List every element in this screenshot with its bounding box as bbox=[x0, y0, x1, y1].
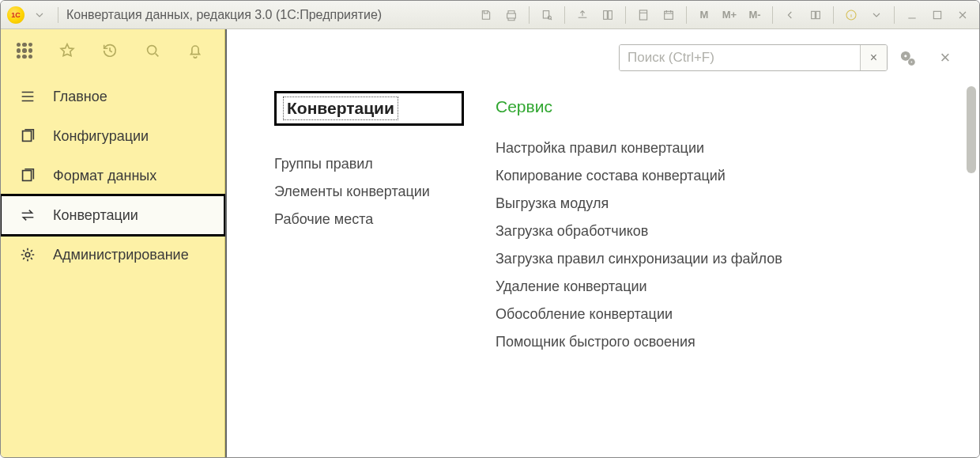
link-export-module[interactable]: Выгрузка модуля bbox=[496, 195, 796, 212]
window-close[interactable] bbox=[952, 5, 973, 25]
svg-rect-7 bbox=[816, 11, 820, 18]
svg-point-10 bbox=[148, 46, 156, 55]
menu-icon bbox=[18, 87, 37, 106]
svg-rect-6 bbox=[812, 11, 816, 18]
link-onboarding-helper[interactable]: Помощник быстрого освоения bbox=[496, 334, 796, 350]
search-clear-button[interactable]: × bbox=[860, 45, 887, 70]
sidebar-toolbar bbox=[1, 29, 224, 72]
compare-icon[interactable] bbox=[597, 5, 618, 25]
column-service: Сервис Настройка правил конвертации Копи… bbox=[496, 91, 796, 443]
svg-point-13 bbox=[25, 252, 30, 257]
memory-m-plus[interactable]: M+ bbox=[719, 5, 740, 25]
memory-m-minus[interactable]: M- bbox=[744, 5, 765, 25]
back-icon[interactable] bbox=[780, 5, 801, 25]
link-conversion-elements[interactable]: Элементы конвертации bbox=[274, 184, 464, 200]
svg-rect-9 bbox=[933, 11, 940, 18]
scrollbar-thumb[interactable] bbox=[967, 86, 976, 173]
sidebar-item-convert[interactable]: Конвертации bbox=[1, 195, 224, 235]
window-minimize[interactable] bbox=[902, 5, 922, 25]
link-copy-composition[interactable]: Копирование состава конвертаций bbox=[496, 168, 796, 184]
sidebar-item-label: Администрирование bbox=[53, 247, 189, 263]
titlebar: Конвертация данных, редакция 3.0 (1С:Пре… bbox=[1, 1, 979, 29]
calendar-icon[interactable] bbox=[658, 5, 679, 25]
stack-icon bbox=[18, 166, 37, 185]
app-icon bbox=[7, 6, 24, 24]
column-conversions: Конвертации Группы правил Элементы конве… bbox=[274, 91, 464, 443]
calculator-icon[interactable] bbox=[633, 5, 654, 25]
print-icon[interactable] bbox=[501, 5, 522, 25]
link-rule-groups[interactable]: Группы правил bbox=[274, 156, 464, 172]
sidebar-item-main[interactable]: Главное bbox=[1, 77, 224, 116]
link-load-handlers[interactable]: Загрузка обработчиков bbox=[496, 223, 796, 240]
link-isolate-conversion[interactable]: Обособление конвертации bbox=[496, 306, 796, 323]
sidebar-item-label: Конфигурации bbox=[53, 128, 149, 145]
preview-icon[interactable] bbox=[537, 5, 557, 25]
history-icon[interactable] bbox=[100, 41, 119, 60]
svg-point-15 bbox=[904, 55, 907, 58]
section-heading-conversions[interactable]: Конвертации bbox=[274, 91, 464, 126]
svg-rect-5 bbox=[665, 11, 673, 19]
swap-icon bbox=[18, 206, 37, 225]
svg-rect-12 bbox=[23, 171, 32, 181]
apps-icon[interactable] bbox=[15, 41, 34, 60]
panels-icon[interactable] bbox=[805, 5, 826, 25]
stack-icon bbox=[18, 127, 37, 146]
svg-rect-11 bbox=[23, 131, 32, 142]
vertical-scrollbar[interactable] bbox=[967, 86, 976, 452]
panel-close-button[interactable]: × bbox=[935, 47, 956, 68]
link-delete-conversion[interactable]: Удаление конвертации bbox=[496, 278, 796, 295]
gear-icon bbox=[18, 245, 37, 264]
bell-icon[interactable] bbox=[186, 41, 205, 60]
info-dropdown-icon[interactable] bbox=[866, 5, 887, 25]
link-configure-rules[interactable]: Настройка правил конвертации bbox=[496, 140, 796, 157]
sidebar-item-admin[interactable]: Администрирование bbox=[1, 235, 224, 274]
svg-point-17 bbox=[910, 61, 913, 63]
info-icon[interactable] bbox=[841, 5, 861, 25]
content-toolbar: × × bbox=[227, 29, 979, 86]
window-maximize[interactable] bbox=[927, 5, 948, 25]
memory-m[interactable]: M bbox=[694, 5, 714, 25]
sidebar-item-label: Формат данных bbox=[53, 168, 156, 184]
search-icon[interactable] bbox=[143, 41, 162, 60]
sidebar-nav: Главное Конфигурации Формат данных Конве… bbox=[1, 72, 224, 274]
search-box: × bbox=[619, 44, 888, 71]
section-heading-service: Сервис bbox=[496, 91, 796, 116]
save-icon[interactable] bbox=[476, 5, 496, 25]
settings-gears-icon[interactable] bbox=[895, 46, 919, 70]
content-area: × × Конвертации Группы правил Эл bbox=[225, 29, 979, 458]
upload-icon[interactable] bbox=[572, 5, 593, 25]
sidebar-item-label: Главное bbox=[53, 89, 107, 105]
sidebar-item-format[interactable]: Формат данных bbox=[1, 156, 224, 195]
sidebar-item-config[interactable]: Конфигурации bbox=[1, 116, 224, 156]
svg-rect-4 bbox=[639, 10, 646, 20]
separator bbox=[58, 7, 58, 23]
favorite-icon[interactable] bbox=[58, 41, 77, 60]
svg-rect-2 bbox=[604, 10, 608, 19]
link-load-sync-rules[interactable]: Загрузка правил синхронизации из файлов bbox=[496, 251, 796, 267]
window-title: Конвертация данных, редакция 3.0 (1С:Пре… bbox=[66, 8, 382, 22]
search-input[interactable] bbox=[620, 45, 860, 70]
sidebar: Главное Конфигурации Формат данных Конве… bbox=[1, 29, 225, 458]
sidebar-item-label: Конвертации bbox=[53, 207, 138, 224]
dropdown-icon[interactable] bbox=[29, 5, 50, 25]
link-workplaces[interactable]: Рабочие места bbox=[274, 211, 464, 228]
svg-rect-3 bbox=[609, 10, 612, 19]
